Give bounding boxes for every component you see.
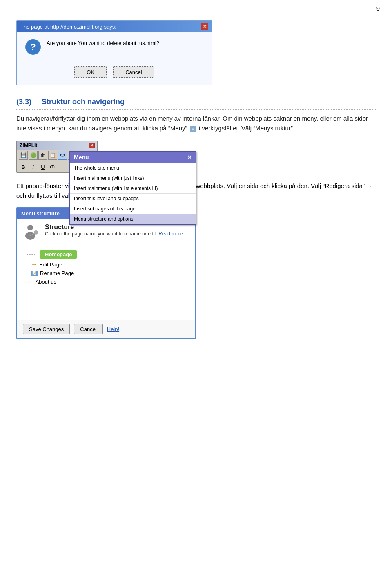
body-paragraph-1: Du navigerar/förflyttar dig inom en webb… bbox=[16, 114, 376, 133]
menu-toolbar-icon: ≡ bbox=[190, 126, 196, 132]
toolbar-titlebar: ZiMPLit ✕ bbox=[17, 141, 97, 150]
menu-dropdown-title: Menu ✕ bbox=[70, 152, 196, 163]
menu-struct-cancel-button[interactable]: Cancel bbox=[74, 324, 102, 334]
structure-desc: Click on the page name you want to renam… bbox=[45, 231, 183, 237]
green-circle-icon[interactable]: 🟢 bbox=[29, 151, 38, 160]
menu-item-3[interactable]: Insert this level and subpages bbox=[70, 194, 196, 204]
dialog-close-button[interactable]: ✕ bbox=[201, 23, 208, 30]
cancel-button[interactable]: Cancel bbox=[113, 66, 154, 78]
homepage-row: Homepage bbox=[23, 250, 189, 259]
menu-item-5[interactable]: Menu structure and options bbox=[70, 214, 196, 224]
menu-item-0[interactable]: The whole site menu bbox=[70, 163, 196, 173]
menu-dropdown: Menu ✕ The whole site menu Insert mainme… bbox=[69, 151, 196, 225]
toolbar-title: ZiMPLit bbox=[20, 143, 37, 148]
structure-header-text: Structure Click on the page name you wan… bbox=[45, 224, 183, 237]
menu-structure-body: Homepage → Edit Page 📝 Rename Page - - -… bbox=[17, 246, 195, 320]
italic-button[interactable]: I bbox=[29, 162, 38, 171]
dashed-connector bbox=[27, 254, 35, 255]
menu-structure-title: Menu structure bbox=[21, 210, 60, 217]
bold-button[interactable]: B bbox=[19, 162, 28, 171]
menu-item-4[interactable]: Insert subpages of this page bbox=[70, 204, 196, 214]
menu-title-label: Menu bbox=[74, 154, 89, 161]
page-number: 9 bbox=[376, 5, 380, 12]
dialog-buttons: OK Cancel bbox=[17, 61, 212, 85]
dialog-title: The page at http://demo.zimplit.org says… bbox=[20, 24, 116, 30]
help-link[interactable]: Help! bbox=[107, 326, 119, 332]
rename-page-icon: 📝 bbox=[31, 271, 38, 276]
structure-icon bbox=[23, 224, 40, 241]
trash-icon[interactable]: 🗑 bbox=[38, 151, 47, 160]
read-more-link[interactable]: Read more bbox=[158, 231, 183, 237]
section-title: Struktur och navigering bbox=[42, 98, 125, 106]
about-us-row: - - - About us bbox=[24, 279, 189, 285]
save-icon[interactable]: 💾 bbox=[19, 151, 28, 160]
save-changes-button[interactable]: Save Changes bbox=[23, 324, 70, 334]
menu-close-button[interactable]: ✕ bbox=[187, 154, 192, 160]
dialog-content: ? Are you sure You want to delete about_… bbox=[17, 32, 212, 61]
underline-button[interactable]: U bbox=[38, 162, 47, 171]
svg-point-0 bbox=[27, 225, 33, 230]
dialog-message: Are you sure You want to delete about_us… bbox=[47, 38, 159, 46]
edit-page-row: → Edit Page bbox=[31, 261, 189, 268]
menu-structure-footer: Save Changes Cancel Help! bbox=[17, 320, 195, 338]
about-us-label: About us bbox=[36, 279, 56, 285]
edit-page-arrow-icon: → bbox=[31, 261, 37, 268]
copy-icon[interactable]: 📋 bbox=[48, 151, 57, 160]
dialog-wrapper: The page at http://demo.zimplit.org says… bbox=[16, 20, 376, 85]
ok-button[interactable]: OK bbox=[74, 66, 107, 78]
about-dashes: - - - bbox=[24, 279, 32, 285]
section-number: (3.3) bbox=[16, 98, 31, 106]
toolbar-close-button[interactable]: ✕ bbox=[89, 143, 95, 148]
toolbar-mockup: ZiMPLit ✕ 💾 🟢 🗑 📋 <> ⚙ 🐞 B I U тTт Menu … bbox=[16, 141, 233, 173]
edit-page-label: Edit Page bbox=[39, 262, 62, 268]
menu-structure-dialog: Menu structure ✕ Structure Click on the … bbox=[16, 207, 196, 339]
dialog-titlebar: The page at http://demo.zimplit.org says… bbox=[17, 21, 212, 32]
menu-item-2[interactable]: Insert mainmenu (with list elements LI) bbox=[70, 183, 196, 194]
menu-item-1[interactable]: Insert mainmenu (with just links) bbox=[70, 173, 196, 183]
question-icon: ? bbox=[25, 39, 41, 55]
code-icon[interactable]: <> bbox=[58, 151, 67, 160]
text-size-button[interactable]: тTт bbox=[48, 162, 57, 171]
dialog-box: The page at http://demo.zimplit.org says… bbox=[16, 20, 212, 85]
menu-structure-wrapper: Menu structure ✕ Structure Click on the … bbox=[16, 207, 376, 339]
arrow-right-icon: → bbox=[366, 183, 372, 189]
section-heading: (3.3) Struktur och navigering bbox=[16, 98, 376, 110]
homepage-button[interactable]: Homepage bbox=[40, 250, 77, 259]
rename-page-label: Rename Page bbox=[40, 270, 74, 276]
rename-page-row: 📝 Rename Page bbox=[31, 270, 189, 276]
